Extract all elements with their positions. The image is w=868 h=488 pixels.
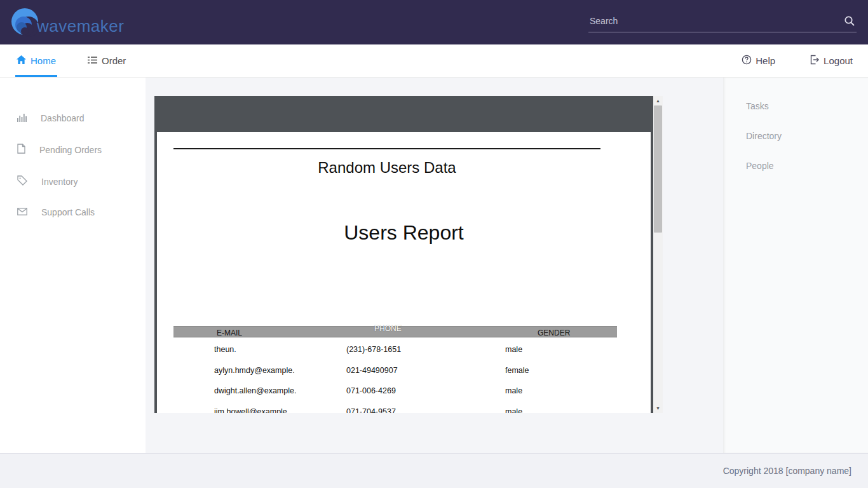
cell-email: jim.howell@example. [214,407,289,413]
cell-email: theun. [214,345,236,354]
cell-gender: male [505,386,522,395]
scroll-down-arrow-icon[interactable]: ▼ [653,403,663,413]
left-sidebar: Dashboard Pending Orders Inventory [0,78,146,453]
logout-icon [810,55,820,67]
search-icon[interactable] [844,15,855,27]
cell-email: aylyn.hmdy@example. [214,366,295,375]
brand-name: wavemaker [37,17,124,36]
search-input[interactable] [590,16,844,26]
tab-order-label: Order [102,55,126,66]
pdf-viewer: Random Users Data Users Report E-MAIL PH… [154,96,663,413]
search-bar [588,13,857,32]
sidebar-item-dashboard[interactable]: Dashboard [0,105,146,131]
pdf-scrollbar[interactable]: ▲ ▼ [653,96,663,413]
tag-icon [17,175,27,187]
pdf-table-header: E-MAIL PHONE GENDER [173,326,617,337]
logout-link[interactable]: Logout [810,55,853,67]
sidebar-item-label: Pending Orders [39,145,102,155]
tab-home[interactable]: Home [15,44,57,77]
scrollbar-thumb[interactable] [654,105,662,233]
sidebar-item-label: Inventory [41,177,78,187]
copyright-text: Copyright 2018 [company name] [723,466,851,476]
sidebar-item-support-calls[interactable]: Support Calls [0,200,146,224]
pdf-subtitle: Users Report [157,221,651,245]
file-icon [17,144,25,156]
pdf-title: Random Users Data [173,159,600,177]
cell-phone: (231)-678-1651 [346,345,401,354]
logout-label: Logout [824,55,853,66]
envelope-icon [17,207,27,217]
cell-phone: 071-006-4269 [346,386,396,395]
right-sidebar: Tasks Directory People [723,78,868,453]
cell-gender: female [505,366,529,375]
app-header: wavemaker [0,0,868,44]
column-header-gender: GENDER [538,329,570,337]
brand-logo[interactable]: wavemaker [9,6,124,39]
sidebar-item-inventory[interactable]: Inventory [0,168,146,194]
page-footer: Copyright 2018 [company name] [0,453,868,488]
scroll-up-arrow-icon[interactable]: ▲ [653,96,663,105]
help-link[interactable]: Help [742,55,775,67]
right-panel-item-people[interactable]: People [723,154,868,178]
cell-gender: male [505,407,522,413]
tab-order[interactable]: Order [86,44,127,77]
cell-gender: male [505,345,522,354]
pdf-canvas: Random Users Data Users Report E-MAIL PH… [154,96,653,413]
right-panel-item-tasks[interactable]: Tasks [723,94,868,118]
list-icon [88,55,97,66]
main-nav: Home Order Help [0,44,868,78]
sidebar-item-pending-orders[interactable]: Pending Orders [0,137,146,163]
bar-chart-icon [17,112,27,124]
pdf-horizontal-rule [173,148,600,149]
cell-phone: 021-49490907 [346,366,398,375]
home-icon [17,55,26,66]
help-label: Help [756,55,775,66]
tab-home-label: Home [31,55,56,66]
sidebar-item-label: Support Calls [41,207,95,217]
help-icon [742,55,752,67]
pdf-page: Random Users Data Users Report E-MAIL PH… [157,132,651,413]
main-content: Random Users Data Users Report E-MAIL PH… [146,78,723,453]
right-panel-item-directory[interactable]: Directory [723,124,868,148]
content-row: Dashboard Pending Orders Inventory [0,78,868,453]
cell-phone: 071-704-9537 [346,407,396,413]
sidebar-item-label: Dashboard [41,113,85,123]
cell-email: dwight.allen@example. [214,386,296,395]
column-header-phone: PHONE [374,324,402,333]
column-header-email: E-MAIL [217,329,242,337]
